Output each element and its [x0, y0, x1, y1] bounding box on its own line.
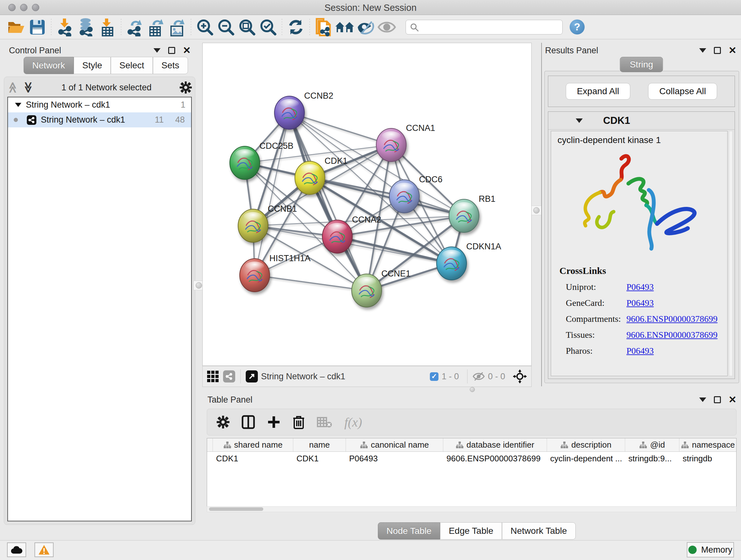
- export-table-button[interactable]: [145, 17, 166, 37]
- function-builder-icon[interactable]: f(x): [344, 415, 362, 430]
- warnings-button[interactable]: [35, 543, 54, 557]
- open-session-button[interactable]: [6, 17, 27, 37]
- network-node-CCNA2[interactable]: [322, 220, 352, 253]
- splitter-handle[interactable]: [196, 282, 202, 289]
- toolbar-separator: [282, 19, 282, 36]
- network-graph[interactable]: CCNB2CCNA1CDC25BCDK1CDC6RB1CCNB1CCNA2CDK…: [203, 43, 531, 366]
- bottom-splitter[interactable]: [202, 386, 741, 394]
- first-neighbors-button[interactable]: [313, 17, 334, 37]
- network-collection-row[interactable]: String Network – cdk1 1: [8, 98, 191, 112]
- memory-button[interactable]: Memory: [687, 542, 734, 557]
- column-header[interactable]: name: [293, 438, 346, 451]
- protein-header[interactable]: CDK1: [548, 112, 735, 130]
- node-table[interactable]: shared namenamecanonical namedatabase id…: [207, 438, 737, 512]
- refresh-button[interactable]: [285, 17, 307, 37]
- network-row[interactable]: String Network – cdk1 11 48: [8, 112, 191, 127]
- expand-all-icon[interactable]: ≪: [23, 82, 32, 93]
- tab-select[interactable]: Select: [111, 57, 153, 74]
- splitter-handle[interactable]: [533, 207, 540, 213]
- panel-close-icon[interactable]: ✕: [183, 47, 191, 54]
- panel-float-icon[interactable]: [714, 47, 721, 54]
- left-splitter[interactable]: [195, 43, 202, 540]
- panel-close-icon[interactable]: ✕: [729, 47, 737, 54]
- table-row[interactable]: CDK1CDK1P064939606.ENSP00000378699cyclin…: [207, 452, 736, 466]
- network-node-CCNB2[interactable]: [274, 96, 305, 129]
- panel-menu-icon[interactable]: [153, 48, 160, 53]
- zoom-fit-button[interactable]: [237, 17, 258, 37]
- cloud-status-button[interactable]: [7, 543, 26, 557]
- panel-menu-icon[interactable]: [699, 48, 706, 53]
- tree-expander-icon[interactable]: [15, 103, 21, 107]
- network-node-CDKN1A[interactable]: [436, 247, 467, 280]
- collapse-all-icon[interactable]: ≪: [8, 82, 18, 93]
- help-button[interactable]: ?: [569, 19, 585, 35]
- expand-all-button[interactable]: Expand All: [566, 83, 630, 100]
- scrollbar-thumb[interactable]: [209, 507, 263, 511]
- right-splitter[interactable]: [532, 43, 541, 386]
- delete-table-icon[interactable]: [317, 416, 332, 428]
- tab-node-table[interactable]: Node Table: [378, 522, 440, 540]
- hide-selected-button[interactable]: [355, 17, 376, 37]
- panel-menu-icon[interactable]: [699, 397, 706, 402]
- collapse-all-button[interactable]: Collapse All: [648, 83, 717, 100]
- crosslink-link[interactable]: P06493: [626, 298, 654, 308]
- gear-icon[interactable]: [180, 81, 192, 94]
- zoom-out-button[interactable]: [215, 17, 237, 37]
- string-view-icon[interactable]: [223, 370, 235, 382]
- tab-network-table[interactable]: Network Table: [502, 522, 576, 540]
- zoom-selected-button[interactable]: [258, 17, 279, 37]
- panel-close-icon[interactable]: ✕: [729, 396, 737, 403]
- column-header[interactable]: [207, 438, 213, 451]
- select-columns-icon[interactable]: [242, 415, 255, 429]
- results-scrollbar[interactable]: [729, 131, 733, 376]
- crosslink-link[interactable]: 9606.ENSP00000378699: [626, 330, 718, 340]
- home-button[interactable]: [334, 17, 355, 37]
- tab-style[interactable]: Style: [74, 57, 111, 74]
- network-node-CCNA1[interactable]: [376, 128, 406, 162]
- network-node-CDC25B[interactable]: [230, 146, 260, 179]
- export-network-button[interactable]: [125, 17, 145, 37]
- network-node-HIST1H1A[interactable]: [240, 259, 270, 292]
- selected-nodes-checkbox[interactable]: ✓: [430, 372, 439, 381]
- import-table-button[interactable]: [97, 17, 118, 37]
- column-header[interactable]: namespace: [679, 438, 737, 451]
- tab-edge-table[interactable]: Edge Table: [440, 522, 502, 540]
- network-node-CDK1[interactable]: [295, 161, 325, 194]
- column-header[interactable]: description: [547, 438, 625, 451]
- network-node-CCNB1[interactable]: [238, 209, 268, 242]
- panel-float-icon[interactable]: [714, 396, 721, 403]
- column-header[interactable]: shared name: [213, 438, 293, 451]
- column-header[interactable]: database identifier: [443, 438, 547, 451]
- network-canvas[interactable]: CCNB2CCNA1CDC25BCDK1CDC6RB1CCNB1CCNA2CDK…: [202, 43, 532, 366]
- open-in-window-icon[interactable]: [246, 370, 258, 382]
- panel-float-icon[interactable]: [168, 47, 175, 54]
- tab-string[interactable]: String: [620, 57, 663, 72]
- tab-network[interactable]: Network: [23, 57, 74, 74]
- network-node-CCNE1[interactable]: [352, 274, 382, 307]
- gear-icon[interactable]: [217, 416, 229, 428]
- add-column-icon[interactable]: [267, 415, 280, 429]
- crosslink-link[interactable]: 9606.ENSP00000378699: [626, 314, 718, 324]
- hidden-eye-icon[interactable]: [473, 372, 485, 381]
- export-image-button[interactable]: [166, 17, 188, 37]
- show-all-button[interactable]: [376, 17, 397, 37]
- collapse-section-icon[interactable]: [576, 118, 583, 123]
- network-node-RB1[interactable]: [449, 199, 479, 233]
- save-session-button[interactable]: [27, 17, 48, 37]
- import-network-database-button[interactable]: [76, 17, 97, 37]
- crosshair-icon[interactable]: [513, 369, 527, 383]
- delete-column-icon[interactable]: [293, 415, 305, 429]
- search-input[interactable]: [419, 21, 558, 34]
- grid-view-icon[interactable]: [207, 371, 219, 382]
- network-node-CDC6[interactable]: [389, 180, 419, 213]
- crosslink-link[interactable]: P06493: [626, 282, 654, 292]
- column-header[interactable]: @id: [625, 438, 679, 451]
- tab-sets[interactable]: Sets: [153, 57, 188, 74]
- toolbar-search-field[interactable]: [406, 20, 562, 35]
- column-header[interactable]: canonical name: [346, 438, 443, 451]
- table-horizontal-scrollbar[interactable]: [207, 506, 737, 512]
- import-network-file-button[interactable]: [55, 17, 76, 37]
- crosslink-link[interactable]: P06493: [626, 346, 654, 356]
- zoom-in-button[interactable]: [194, 17, 215, 37]
- splitter-handle[interactable]: [470, 387, 475, 392]
